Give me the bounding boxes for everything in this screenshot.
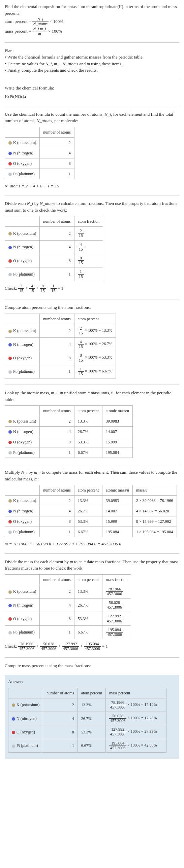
table-row: N (nitrogen)4415 × 100% = 26.7% <box>5 338 116 351</box>
element-swatch-icon <box>8 420 12 423</box>
atoms-cell: 1 <box>40 168 74 179</box>
element-cell: O (oxygen) <box>5 158 40 168</box>
table-row: K (potassium)213.3%39.0983 <box>5 416 133 427</box>
element-cell: N (nitrogen) <box>5 240 40 254</box>
atoms-cell: 8 <box>40 158 74 168</box>
answer-header: Answer: <box>8 678 176 685</box>
masspct-intro: Compute mass percents using the mass fra… <box>5 662 179 669</box>
fraction: 78.1966457.3006 <box>106 587 123 596</box>
table-row: O (oxygen)8815 × 100% = 53.3% <box>5 351 116 365</box>
plan-line-3: • Finally, compute the percents and chec… <box>5 67 179 74</box>
count-intro: Use the chemical formula to count the nu… <box>5 111 179 124</box>
atomic-mass-cell: 14.007 <box>102 427 132 437</box>
table-row: O (oxygen)853.3%15.999 <box>5 437 133 447</box>
fraction: 195.084457.3006 <box>84 642 101 651</box>
atom-percent-cell: 6.67% <box>78 739 105 752</box>
fraction: 56.028457.3006 <box>40 642 57 651</box>
atomfrac-table: number of atomsatom fraction K (potassiu… <box>5 216 103 281</box>
element-cell: K (potassium) <box>5 227 40 240</box>
fraction: 78.1966457.3006 <box>18 642 35 651</box>
table-row: N (nitrogen)426.7%56.028457.3006 × 100% … <box>8 712 166 725</box>
plan-line-1: • Write the chemical formula and gather … <box>5 54 179 61</box>
atoms-cell: 8 <box>40 612 74 625</box>
atompct-table: number of atomsatom percent K (potassium… <box>5 314 116 379</box>
element-cell: Pt (platinum) <box>5 527 40 537</box>
fraction-cell: 815 <box>74 254 103 268</box>
element-cell: K (potassium) <box>5 416 40 427</box>
table-row: Pt (platinum)16.67%195.084 <box>5 447 133 458</box>
element-cell: N (nitrogen) <box>8 712 43 725</box>
element-swatch-icon <box>12 717 15 721</box>
atoms-cell: 2 <box>40 324 74 337</box>
answer-box: Answer: number of atomsatom percentmass … <box>5 675 179 759</box>
atoms-cell: 2 <box>40 585 74 598</box>
table-row: O (oxygen)8 <box>5 158 75 168</box>
atoms-cell: 1 <box>40 268 74 281</box>
fraction: 78.1966457.3006 <box>109 701 126 710</box>
atoms-cell: 4 <box>43 712 78 725</box>
element-cell: Pt (platinum) <box>5 168 40 179</box>
atom-percent-label: atom percent = <box>5 19 31 24</box>
table-row: Pt (platinum)16.67%195.084457.3006 × 100… <box>8 739 166 752</box>
mass-percent-cell: 195.084457.3006 × 100% = 42.66% <box>105 739 166 752</box>
atomfrac-check: Check: 215 + 415 + 815 + 115 = 1 <box>5 284 179 293</box>
element-swatch-icon <box>8 356 12 360</box>
atoms-cell: 1 <box>40 365 74 378</box>
divider <box>5 384 179 385</box>
atomic-mass-cell: 195.084 <box>102 527 132 537</box>
intro-block: Find the elemental composition for potas… <box>5 3 179 36</box>
table-row: Pt (platinum)1 <box>5 168 75 179</box>
table-row: Pt (platinum)16.67%195.084457.3006 <box>5 625 131 639</box>
mass-percent-label: mass percent = <box>5 29 31 34</box>
atoms-cell: 4 <box>40 427 74 437</box>
table-row: O (oxygen)8815 <box>5 254 103 268</box>
element-swatch-icon <box>8 499 12 503</box>
chemical-formula: K₂Pt(NO₂)₄ <box>5 93 179 100</box>
element-swatch-icon <box>8 520 12 524</box>
massfrac-table: number of atomsatom percentmass fraction… <box>5 574 131 640</box>
atoms-cell: 4 <box>40 240 74 254</box>
percent-cell: 815 × 100% = 53.3% <box>74 351 116 365</box>
count-atoms-block: Use the chemical formula to count the nu… <box>5 111 179 189</box>
table-row: K (potassium)2215 × 100% = 13.3% <box>5 324 116 337</box>
atom-fraction-block: Divide each N_i by N_atoms to calculate … <box>5 200 179 293</box>
atoms-cell: 2 <box>40 227 74 240</box>
fraction: 127.992457.3006 <box>106 614 123 623</box>
atoms-cell: 1 <box>40 527 74 537</box>
mass-fraction-cell: 78.1966457.3006 <box>102 585 131 598</box>
divider <box>5 195 179 195</box>
table-row: O (oxygen)853.3%15.9998 × 15.999 = 127.9… <box>5 517 177 527</box>
fraction: 56.028457.3006 <box>109 714 126 723</box>
fraction-cell: 215 <box>74 227 103 240</box>
mass-percent-cell: 78.1966457.3006 × 100% = 17.10% <box>105 698 166 712</box>
atomicmass-table: number of atomsatom percentatomic mass/u… <box>5 405 133 458</box>
element-swatch-icon <box>8 173 12 176</box>
element-swatch-icon <box>8 273 12 276</box>
atom-percent-cell: 53.3% <box>74 517 102 527</box>
mass-percent-cell: 56.028457.3006 × 100% = 12.25% <box>105 712 166 725</box>
fraction: 215 <box>78 326 84 335</box>
atoms-cell: 4 <box>40 598 74 612</box>
mass-percent-block: Compute mass percents using the mass fra… <box>5 662 179 669</box>
table-row: N (nitrogen)426.7%56.028457.3006 <box>5 598 131 612</box>
times-100-a: × 100% <box>50 19 63 24</box>
element-cell: K (potassium) <box>5 137 40 148</box>
fraction: 195.084457.3006 <box>106 628 123 637</box>
mass-u-cell: 8 × 15.999 = 127.992 <box>132 517 177 527</box>
fraction: 215 <box>18 284 24 293</box>
element-cell: O (oxygen) <box>5 517 40 527</box>
table-row: Pt (platinum)16.67%195.0841 × 195.084 = … <box>5 527 177 537</box>
mass-u-cell: 2 × 39.0983 = 78.1966 <box>132 496 177 506</box>
atoms-cell: 4 <box>40 148 74 158</box>
element-cell: N (nitrogen) <box>5 506 40 517</box>
mass-fraction-cell: 127.992457.3006 <box>102 612 131 625</box>
atom-percent-cell: 26.7% <box>74 427 102 437</box>
element-swatch-icon <box>8 590 12 594</box>
divider <box>5 80 179 80</box>
atomic-mass-cell: 39.0983 <box>102 416 132 427</box>
molmass-table: number of atomsatom percentatomic mass/u… <box>5 485 177 537</box>
col-number-of-atoms: number of atoms <box>40 127 74 137</box>
table-row: K (potassium)213.3%78.1966457.3006 <box>5 585 131 598</box>
atomic-mass-cell: 14.007 <box>102 506 132 517</box>
atoms-cell: 2 <box>43 698 78 712</box>
